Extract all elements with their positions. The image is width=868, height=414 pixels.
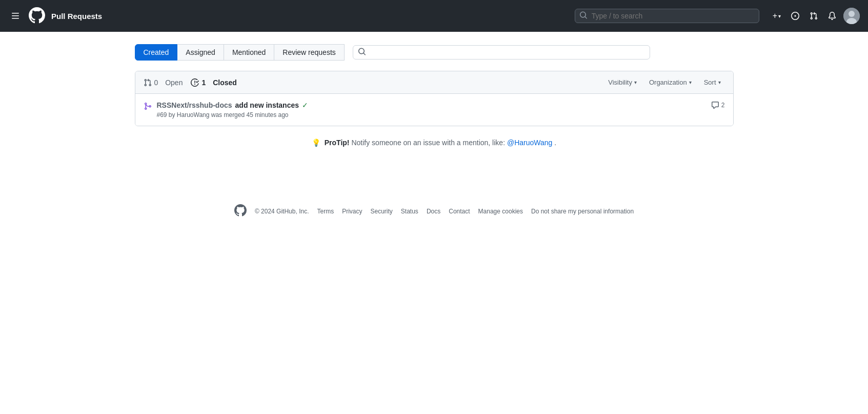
filter-search-icon [358,48,366,57]
pr-comment-count[interactable]: 2 [711,101,725,109]
tab-assigned[interactable]: Assigned [177,44,224,61]
svg-point-1 [849,11,855,17]
organization-dropdown[interactable]: Organization ▾ [645,76,696,88]
tab-review-requests[interactable]: Review requests [274,44,345,61]
search-bar [575,9,759,23]
open-filter[interactable]: 0 Open [144,78,183,87]
pr-content: RSSNext/rsshub-docs add new instances ✓ … [157,101,706,119]
pr-repo-name[interactable]: RSSNext/rsshub-docs [157,101,232,109]
pr-title-row: RSSNext/rsshub-docs add new instances ✓ [157,101,706,109]
hamburger-icon [11,12,19,20]
github-logo[interactable] [29,7,45,25]
protip-period: . [554,139,556,147]
closed-pr-icon [191,78,199,87]
check-status-icon: ✓ [302,101,308,109]
footer-security[interactable]: Security [370,208,392,215]
pull-request-icon [810,12,818,20]
open-pr-icon [144,78,152,87]
footer-manage-cookies[interactable]: Manage cookies [478,208,523,215]
header: Pull Requests + ▾ [0,0,868,32]
issues-icon [791,12,799,20]
pr-title[interactable]: add new instances [235,101,299,109]
visibility-caret-icon: ▾ [634,80,637,85]
hamburger-menu-button[interactable] [8,10,23,22]
pr-meta: #69 by HaruoWang was merged 45 minutes a… [157,111,706,119]
protip-label: ProTip! [325,139,350,147]
protip-mention: @HaruoWang [507,139,552,147]
tab-created[interactable]: Created [135,44,178,61]
tabs-row: Created Assigned Mentioned Review reques… [135,44,734,61]
list-header-filters: 0 Open 1 Closed [144,78,596,87]
main-content: Created Assigned Mentioned Review reques… [127,32,742,171]
list-header: 0 Open 1 Closed Visibility ▾ Organizatio… [135,71,733,94]
protip-section: 💡 ProTip! Notify someone on an issue wit… [135,126,734,159]
avatar[interactable] [843,8,860,24]
merged-pr-icon [144,102,152,112]
notifications-icon [828,12,836,20]
lightbulb-icon: 💡 [312,139,320,147]
header-title: Pull Requests [51,12,102,21]
pr-comment-count-value: 2 [721,102,725,109]
pr-list-container: 0 Open 1 Closed Visibility ▾ Organizatio… [135,71,734,126]
footer-privacy[interactable]: Privacy [342,208,362,215]
footer-status[interactable]: Status [401,208,418,215]
search-input[interactable] [575,9,759,23]
footer-copyright: © 2024 GitHub, Inc. [255,208,309,215]
list-header-actions: Visibility ▾ Organization ▾ Sort ▾ [604,76,724,88]
footer: © 2024 GitHub, Inc. Terms Privacy Securi… [0,192,868,230]
footer-contact[interactable]: Contact [449,208,470,215]
organization-caret-icon: ▾ [689,80,692,85]
new-item-button[interactable]: + ▾ [770,9,784,23]
sort-dropdown[interactable]: Sort ▾ [700,76,725,88]
footer-docs[interactable]: Docs [427,208,440,215]
github-logo-icon [29,7,45,24]
footer-terms[interactable]: Terms [317,208,334,215]
closed-filter[interactable]: 1 Closed [191,78,236,87]
comment-icon [711,101,719,109]
header-actions: + ▾ [770,8,860,24]
footer-logo [234,204,247,218]
notifications-button[interactable] [825,10,839,22]
search-icon [579,11,588,21]
issues-button[interactable] [788,10,802,22]
tab-mentioned[interactable]: Mentioned [224,44,274,61]
sort-caret-icon: ▾ [718,80,721,85]
footer-do-not-share[interactable]: Do not share my personal information [531,208,634,215]
filter-input[interactable]: is:pr author:HaruoWang archived:false is… [353,45,650,60]
table-row: RSSNext/rsshub-docs add new instances ✓ … [135,94,733,126]
visibility-dropdown[interactable]: Visibility ▾ [604,76,641,88]
pr-row-right: 2 [711,101,725,109]
protip-text: Notify someone on an issue with a mentio… [351,139,507,147]
pull-requests-button[interactable] [806,10,821,22]
filter-search-container: is:pr author:HaruoWang archived:false is… [353,45,650,60]
avatar-icon [843,8,860,24]
